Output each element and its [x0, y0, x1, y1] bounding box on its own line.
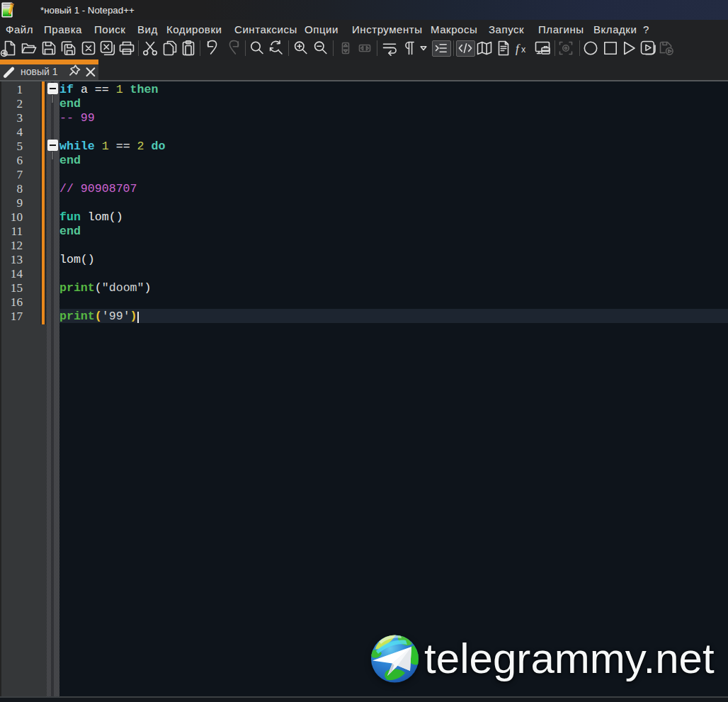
svg-text:x: x — [521, 45, 526, 55]
svg-text:f: f — [516, 42, 521, 55]
